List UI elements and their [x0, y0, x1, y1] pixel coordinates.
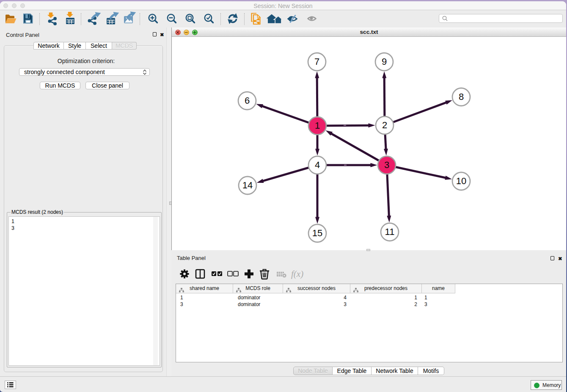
svg-text:15: 15: [312, 228, 322, 238]
svg-text:1: 1: [315, 120, 320, 131]
svg-text:8: 8: [459, 91, 464, 102]
svg-text:3: 3: [384, 160, 389, 170]
svg-text:6: 6: [245, 95, 250, 106]
svg-text:11: 11: [385, 226, 395, 237]
svg-text:4: 4: [315, 160, 320, 170]
svg-text:9: 9: [382, 56, 387, 67]
svg-text:14: 14: [242, 180, 253, 190]
svg-text:f(x): f(x): [291, 269, 303, 279]
svg-text:10: 10: [456, 176, 466, 186]
svg-text:7: 7: [314, 56, 319, 67]
svg-text:2: 2: [382, 120, 387, 130]
